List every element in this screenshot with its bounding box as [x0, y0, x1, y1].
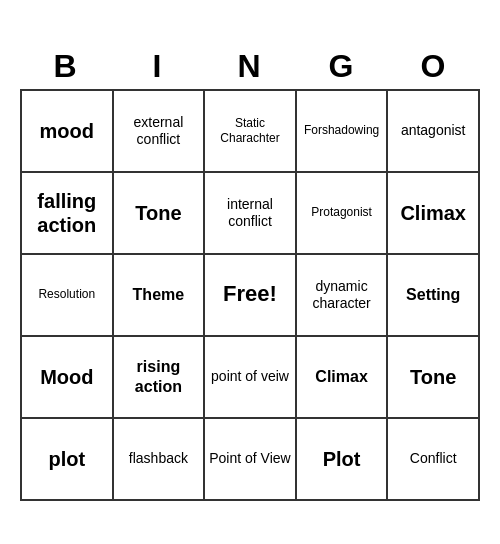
header-letter: O: [388, 44, 480, 89]
bingo-cell: Plot: [297, 419, 389, 501]
bingo-cell: Tone: [388, 337, 480, 419]
bingo-header: BINGO: [20, 44, 480, 89]
bingo-cell: antagonist: [388, 91, 480, 173]
header-letter: G: [296, 44, 388, 89]
bingo-cell: mood: [22, 91, 114, 173]
bingo-cell: Theme: [114, 255, 206, 337]
bingo-cell: Conflict: [388, 419, 480, 501]
bingo-cell: dynamic character: [297, 255, 389, 337]
bingo-grid: moodexternal conflictStatic CharachterFo…: [20, 89, 480, 501]
bingo-cell: internal conflict: [205, 173, 297, 255]
header-letter: I: [112, 44, 204, 89]
bingo-cell: point of veiw: [205, 337, 297, 419]
bingo-cell: Forshadowing: [297, 91, 389, 173]
bingo-cell: falling action: [22, 173, 114, 255]
bingo-card: BINGO moodexternal conflictStatic Charac…: [20, 44, 480, 501]
bingo-cell: flashback: [114, 419, 206, 501]
bingo-cell: Point of View: [205, 419, 297, 501]
bingo-cell: plot: [22, 419, 114, 501]
bingo-cell: external conflict: [114, 91, 206, 173]
bingo-cell: Climax: [297, 337, 389, 419]
bingo-cell: Climax: [388, 173, 480, 255]
bingo-cell: Tone: [114, 173, 206, 255]
bingo-cell: Resolution: [22, 255, 114, 337]
bingo-cell: rising action: [114, 337, 206, 419]
bingo-cell: Protagonist: [297, 173, 389, 255]
header-letter: B: [20, 44, 112, 89]
bingo-cell: Static Charachter: [205, 91, 297, 173]
header-letter: N: [204, 44, 296, 89]
bingo-cell: Setting: [388, 255, 480, 337]
bingo-cell: Free!: [205, 255, 297, 337]
bingo-cell: Mood: [22, 337, 114, 419]
